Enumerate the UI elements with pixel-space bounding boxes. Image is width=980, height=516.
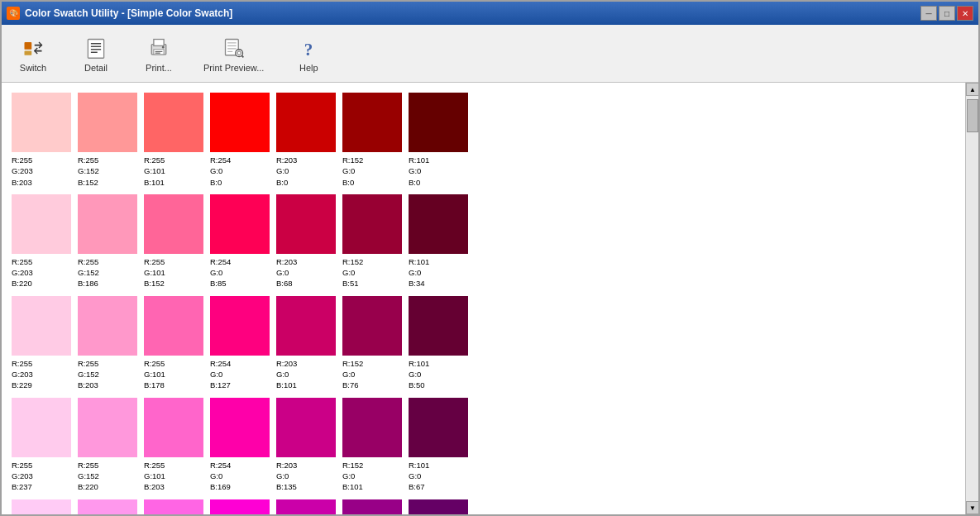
minimize-button[interactable]: ─ bbox=[920, 6, 937, 21]
window-title: Color Swatch Utility - [Simple Color Swa… bbox=[25, 7, 232, 19]
swatch-label: R:203 G:0 B:101 bbox=[276, 358, 297, 391]
list-item[interactable]: R:255 G:152 B:186 bbox=[74, 191, 141, 293]
swatch-label: R:101 G:0 B:67 bbox=[409, 460, 429, 493]
list-item[interactable]: R:152 G:0 B:135 bbox=[339, 496, 405, 514]
swatch-color-block bbox=[409, 93, 468, 152]
swatch-color-block bbox=[342, 499, 402, 514]
swatch-color-block bbox=[409, 194, 468, 254]
list-item[interactable]: R:254 G:0 B:169 bbox=[207, 394, 273, 496]
scroll-up-button[interactable]: ▲ bbox=[966, 83, 978, 96]
list-item[interactable]: R:254 G:0 B:0 bbox=[207, 89, 273, 191]
list-item[interactable]: R:255 G:101 B:152 bbox=[141, 191, 207, 293]
list-item[interactable]: R:203 G:0 B:68 bbox=[273, 191, 339, 293]
swatch-color-block bbox=[144, 296, 203, 356]
list-item[interactable]: R:203 G:0 B:101 bbox=[273, 293, 339, 394]
content-area: R:255 G:203 B:203R:255 G:152 B:152R:255 … bbox=[2, 83, 978, 514]
maximize-button[interactable]: □ bbox=[939, 6, 955, 21]
swatch-label: R:255 G:152 B:220 bbox=[78, 460, 99, 493]
swatch-color-block bbox=[144, 194, 203, 254]
swatch-label: R:255 G:203 B:203 bbox=[12, 155, 33, 188]
swatch-color-block bbox=[12, 194, 71, 254]
help-tool[interactable]: ? Help bbox=[284, 31, 333, 76]
list-item[interactable]: R:255 G:152 B:220 bbox=[74, 394, 141, 496]
swatch-label: R:255 G:152 B:203 bbox=[78, 358, 99, 391]
swatch-label: R:101 G:0 B:0 bbox=[409, 155, 429, 188]
list-item[interactable]: R:101 G:0 B:101 bbox=[405, 496, 471, 514]
list-item[interactable]: R:152 G:0 B:0 bbox=[339, 89, 405, 191]
list-item[interactable]: R:255 G:152 B:237 bbox=[74, 496, 141, 514]
switch-icon bbox=[20, 35, 46, 61]
swatch-color-block bbox=[342, 194, 402, 254]
list-item[interactable]: R:152 G:0 B:76 bbox=[339, 293, 405, 394]
scrollbar-track[interactable] bbox=[966, 96, 978, 501]
list-item[interactable]: R:203 G:0 B:169 bbox=[273, 496, 339, 514]
list-item[interactable]: R:254 G:0 B:85 bbox=[207, 191, 273, 293]
list-item[interactable]: R:255 G:203 B:229 bbox=[8, 293, 74, 394]
swatch-color-block bbox=[210, 398, 270, 457]
switch-label: Switch bbox=[20, 63, 46, 73]
swatch-color-block bbox=[78, 194, 137, 254]
swatch-label: R:255 G:152 B:152 bbox=[78, 155, 99, 188]
title-bar: 🎨 Color Swatch Utility - [Simple Color S… bbox=[2, 2, 978, 25]
svg-rect-2 bbox=[88, 39, 103, 58]
list-item[interactable]: R:255 G:152 B:203 bbox=[74, 293, 141, 394]
svg-line-20 bbox=[241, 55, 243, 57]
preview-icon bbox=[221, 35, 247, 61]
swatch-label: R:255 G:152 B:186 bbox=[78, 256, 99, 289]
list-item[interactable]: R:255 G:152 B:152 bbox=[74, 89, 141, 191]
list-item[interactable]: R:203 G:0 B:0 bbox=[273, 89, 339, 191]
list-item[interactable]: R:255 G:101 B:178 bbox=[141, 293, 207, 394]
swatch-label: R:152 G:0 B:0 bbox=[342, 155, 363, 188]
swatch-label: R:203 G:0 B:135 bbox=[276, 460, 297, 493]
title-bar-left: 🎨 Color Swatch Utility - [Simple Color S… bbox=[7, 7, 232, 20]
swatch-label: R:254 G:0 B:127 bbox=[210, 358, 231, 391]
list-item[interactable]: R:255 G:101 B:101 bbox=[141, 89, 207, 191]
list-item[interactable]: R:255 G:101 B:203 bbox=[141, 394, 207, 496]
swatch-label: R:255 G:203 B:220 bbox=[12, 256, 33, 289]
swatch-label: R:255 G:101 B:178 bbox=[144, 358, 165, 391]
list-item[interactable]: R:255 G:101 B:228 bbox=[141, 496, 207, 514]
swatch-label: R:254 G:0 B:0 bbox=[210, 155, 231, 188]
print-label: Print... bbox=[146, 63, 172, 73]
list-item[interactable]: R:203 G:0 B:135 bbox=[273, 394, 339, 496]
swatch-color-block bbox=[409, 499, 468, 514]
swatch-label: R:101 G:0 B:50 bbox=[409, 358, 429, 391]
list-item[interactable]: R:255 G:203 B:220 bbox=[8, 191, 74, 293]
swatch-label: R:254 G:0 B:169 bbox=[210, 460, 231, 493]
list-item[interactable]: R:152 G:0 B:101 bbox=[339, 394, 405, 496]
swatch-color-block bbox=[409, 398, 468, 457]
svg-text:?: ? bbox=[304, 39, 313, 59]
swatch-color-block bbox=[342, 296, 402, 356]
list-item[interactable]: R:254 G:0 B:127 bbox=[207, 293, 273, 394]
swatch-color-block bbox=[144, 398, 203, 457]
detail-tool[interactable]: Detail bbox=[71, 31, 121, 76]
list-item[interactable]: R:255 G:203 B:237 bbox=[8, 394, 74, 496]
list-item[interactable]: R:101 G:0 B:67 bbox=[405, 394, 471, 496]
list-item[interactable]: R:254 G:0 B:212 bbox=[207, 496, 273, 514]
list-item[interactable]: R:152 G:0 B:51 bbox=[339, 191, 405, 293]
swatch-label: R:152 G:0 B:101 bbox=[342, 460, 363, 493]
swatch-color-block bbox=[210, 93, 270, 152]
list-item[interactable]: R:101 G:0 B:0 bbox=[405, 89, 471, 191]
switch-tool[interactable]: Switch bbox=[8, 31, 58, 76]
print-preview-label: Print Preview... bbox=[203, 63, 264, 73]
print-preview-tool[interactable]: Print Preview... bbox=[197, 31, 270, 76]
svg-rect-0 bbox=[25, 42, 32, 50]
list-item[interactable]: R:255 G:203 B:203 bbox=[8, 89, 74, 191]
swatch-label: R:255 G:101 B:152 bbox=[144, 256, 165, 289]
help-label: Help bbox=[299, 63, 318, 73]
scrollbar-thumb[interactable] bbox=[967, 99, 978, 132]
print-icon bbox=[146, 35, 172, 61]
close-button[interactable]: ✕ bbox=[957, 6, 973, 21]
list-item[interactable]: R:255 G:203 B:245 bbox=[8, 496, 74, 514]
print-tool[interactable]: Print... bbox=[134, 31, 184, 76]
main-window: 🎨 Color Swatch Utility - [Simple Color S… bbox=[0, 0, 980, 516]
svg-rect-1 bbox=[25, 50, 32, 55]
list-item[interactable]: R:101 G:0 B:50 bbox=[405, 293, 471, 394]
scrollbar[interactable]: ▲ ▼ bbox=[965, 83, 978, 514]
swatch-color-block bbox=[210, 296, 270, 356]
swatch-color-block bbox=[12, 93, 71, 152]
swatch-label: R:152 G:0 B:76 bbox=[342, 358, 363, 391]
list-item[interactable]: R:101 G:0 B:34 bbox=[405, 191, 471, 293]
scroll-down-button[interactable]: ▼ bbox=[966, 501, 978, 514]
